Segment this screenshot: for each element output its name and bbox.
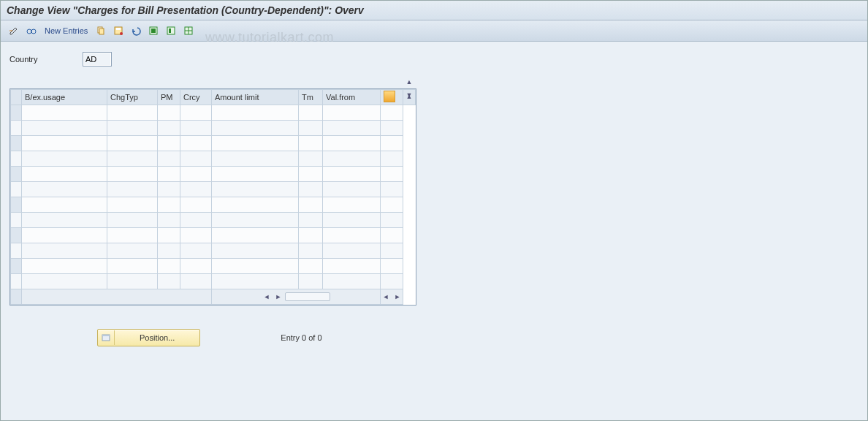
cell-amount[interactable] [212,228,299,243]
cell-crcy[interactable] [180,228,212,243]
undo-icon[interactable] [129,23,143,38]
cell-pm[interactable] [158,259,180,274]
col-pm[interactable]: PM [158,90,180,105]
cell-amount[interactable] [212,197,299,213]
cell-amount[interactable] [212,274,299,289]
cell-chgtyp[interactable] [107,274,158,289]
select-all-icon[interactable] [146,23,161,38]
cell-tm[interactable] [299,182,323,197]
row-selector[interactable] [11,197,22,213]
cell-valfrom[interactable] [323,228,381,243]
cell-tm[interactable] [299,151,323,167]
country-input[interactable] [83,52,112,67]
save-variant-icon[interactable] [111,23,126,38]
cell-chgtyp[interactable] [107,243,158,259]
row-selector-header[interactable] [11,90,22,105]
cell-chgtyp[interactable] [107,151,158,167]
row-selector[interactable] [11,213,22,228]
cell-amount[interactable] [212,136,299,151]
scroll-up2-icon[interactable]: ▲ [404,77,414,87]
cell-crcy[interactable] [180,259,212,274]
cell-amount[interactable] [212,167,299,182]
table-settings-icon[interactable] [384,91,395,102]
cell-pm[interactable] [158,151,180,167]
cell-valfrom[interactable] [323,182,381,197]
cell-tm[interactable] [299,136,323,151]
copy-icon[interactable] [94,23,108,38]
cell-chgtyp[interactable] [107,121,158,136]
row-selector[interactable] [11,274,22,289]
scroll-left-icon[interactable]: ◄ [262,292,272,302]
cell-crcy[interactable] [180,243,212,259]
cell-tm[interactable] [299,243,323,259]
cell-crcy[interactable] [180,151,212,167]
cell-pm[interactable] [158,167,180,182]
cell-bex[interactable] [22,182,107,197]
cell-valfrom[interactable] [323,121,381,136]
cell-amount[interactable] [212,151,299,167]
cell-tm[interactable] [299,213,323,228]
scroll-down-icon[interactable]: ▼ [404,90,414,100]
cell-valfrom[interactable] [323,151,381,167]
cell-bex[interactable] [22,151,107,167]
cell-valfrom[interactable] [323,274,381,289]
new-entries-button[interactable]: New Entries [42,26,91,35]
cell-tm[interactable] [299,274,323,289]
cell-bex[interactable] [22,136,107,151]
cell-chgtyp[interactable] [107,182,158,197]
cell-chgtyp[interactable] [107,136,158,151]
pencil-switch-icon[interactable] [7,23,21,38]
cell-crcy[interactable] [180,213,212,228]
row-selector[interactable] [11,243,22,259]
table-row[interactable] [11,213,416,228]
cell-chgtyp[interactable] [107,105,158,121]
col-crcy[interactable]: Crcy [180,90,212,105]
cell-crcy[interactable] [180,121,212,136]
cell-amount[interactable] [212,213,299,228]
table-row[interactable] [11,197,416,213]
cell-valfrom[interactable] [323,136,381,151]
cell-bex[interactable] [22,228,107,243]
table-row[interactable] [11,121,416,136]
cell-pm[interactable] [158,182,180,197]
deselect-all-icon[interactable] [181,23,196,38]
cell-chgtyp[interactable] [107,167,158,182]
row-selector[interactable] [11,259,22,274]
cell-bex[interactable] [22,105,107,121]
horizontal-scrollbar[interactable]: ◄ ► [212,292,380,302]
vertical-scrollbar[interactable]: ▲ ▲ ▼ [403,90,416,105]
cell-tm[interactable] [299,121,323,136]
cell-chgtyp[interactable] [107,228,158,243]
col-val-from[interactable]: Val.from [323,90,381,105]
cell-tm[interactable] [299,197,323,213]
cell-valfrom[interactable] [323,197,381,213]
table-row[interactable] [11,259,416,274]
table-row[interactable] [11,243,416,259]
cell-pm[interactable] [158,228,180,243]
table-row[interactable] [11,182,416,197]
cell-bex[interactable] [22,167,107,182]
cell-tm[interactable] [299,105,323,121]
cell-tm[interactable] [299,259,323,274]
cell-bex[interactable] [22,213,107,228]
cell-bex[interactable] [22,197,107,213]
row-selector[interactable] [11,167,22,182]
cell-crcy[interactable] [180,197,212,213]
cell-tm[interactable] [299,228,323,243]
hscroll-track[interactable] [285,292,330,301]
cell-bex[interactable] [22,121,107,136]
cell-chgtyp[interactable] [107,197,158,213]
row-selector[interactable] [11,182,22,197]
cell-pm[interactable] [158,274,180,289]
scroll-right2-icon[interactable]: ► [392,292,403,302]
table-row[interactable] [11,105,416,121]
glasses-icon[interactable] [24,23,39,38]
cell-pm[interactable] [158,213,180,228]
cell-chgtyp[interactable] [107,259,158,274]
cell-amount[interactable] [212,259,299,274]
cell-valfrom[interactable] [323,105,381,121]
cell-crcy[interactable] [180,136,212,151]
cell-chgtyp[interactable] [107,213,158,228]
cell-crcy[interactable] [180,105,212,121]
cell-tm[interactable] [299,167,323,182]
